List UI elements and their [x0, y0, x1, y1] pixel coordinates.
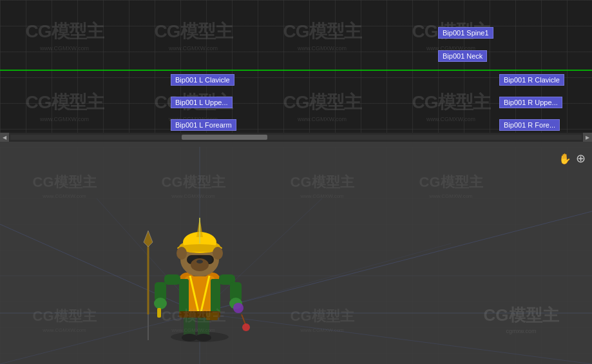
svg-rect-24	[179, 279, 189, 314]
bone-r-forearm[interactable]: Bip001 R Fore...	[499, 119, 560, 131]
svg-point-18	[182, 334, 197, 341]
viewport-options-icon[interactable]: ⊕	[574, 152, 587, 165]
viewport-3d: CG模型主 www.CGMXW.com CG模型主 www.CGMXW.com …	[0, 147, 592, 364]
svg-point-51	[213, 247, 223, 260]
bone-l-upper-arm[interactable]: Bip001 L Uppe...	[171, 97, 233, 108]
viewport-grid-svg	[0, 147, 592, 364]
bone-spine1[interactable]: Bip001 Spine1	[438, 27, 493, 39]
scroll-track[interactable]	[10, 135, 582, 140]
bone-r-clavicle[interactable]: Bip001 R Clavicle	[499, 74, 564, 86]
bone-l-forearm[interactable]: Bip001 L Forearm	[171, 119, 236, 131]
animation-curve	[0, 70, 592, 71]
scroll-left[interactable]: ◀	[0, 133, 9, 142]
svg-rect-27	[206, 312, 218, 320]
svg-rect-28	[164, 274, 180, 285]
bone-r-upper-arm[interactable]: Bip001 R Uppe...	[499, 97, 562, 108]
svg-rect-16	[184, 314, 195, 337]
scroll-right[interactable]: ▶	[583, 133, 592, 142]
viewport-toolbar: ✋ ⊕	[559, 152, 587, 165]
svg-rect-1	[0, 147, 592, 364]
panel-divider[interactable]	[0, 142, 592, 147]
svg-point-35	[233, 303, 243, 313]
svg-rect-31	[157, 308, 161, 318]
svg-point-44	[196, 260, 203, 263]
scroll-thumb[interactable]	[182, 135, 267, 140]
bone-l-clavicle[interactable]: Bip001 L Clavicle	[171, 74, 234, 86]
svg-point-50	[177, 247, 187, 260]
svg-point-30	[154, 298, 167, 309]
bone-neck[interactable]: Bip001 Neck	[438, 50, 487, 62]
svg-point-37	[242, 323, 250, 331]
horizontal-scrollbar[interactable]: ◀ ▶	[0, 133, 592, 142]
svg-rect-25	[211, 279, 220, 314]
hand-tool-icon[interactable]: ✋	[559, 152, 571, 165]
curve-editor-panel: CG模型主www.CGMXW.com CG模型主www.CGMXW.com CG…	[0, 0, 592, 142]
svg-point-19	[196, 334, 211, 341]
